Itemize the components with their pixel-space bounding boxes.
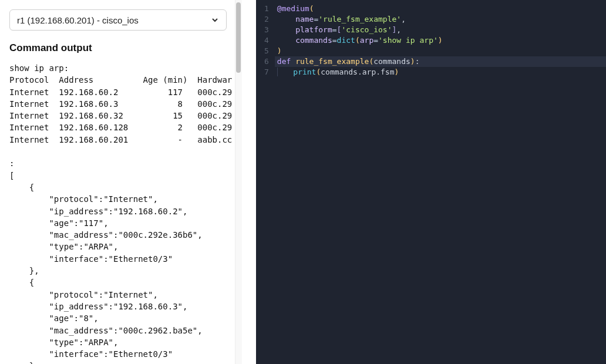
- ident-token: commands: [373, 57, 410, 66]
- code-line[interactable]: platform=['cisco_ios'],: [275, 25, 606, 35]
- code-line[interactable]: name='rule_fsm_example',: [275, 14, 606, 25]
- attr-token: fsm: [381, 68, 394, 76]
- string-token: 'rule_fsm_example': [318, 15, 401, 23]
- paren-token: (: [355, 36, 360, 45]
- device-dropdown[interactable]: r1 (192.168.60.201) - cisco_ios: [9, 9, 227, 31]
- builtin-token: print: [293, 68, 316, 76]
- left-panel: r1 (192.168.60.201) - cisco_ios Command …: [0, 0, 242, 364]
- keyword-token: def: [277, 57, 291, 66]
- op-token: =: [332, 25, 337, 34]
- paren-token: ): [410, 57, 415, 66]
- line-number: 3: [264, 25, 269, 35]
- punct-token: .: [376, 68, 381, 76]
- kwarg-token: arp: [360, 36, 373, 45]
- code-area[interactable]: @medium( name='rule_fsm_example', platfo…: [275, 0, 606, 364]
- line-number: 5: [264, 46, 269, 56]
- string-token: 'show ip arp': [378, 36, 438, 45]
- op-token: =: [373, 36, 378, 45]
- punct-token: :: [415, 57, 420, 66]
- code-line[interactable]: commands=dict(arp='show ip arp'): [275, 35, 606, 46]
- kwarg-token: platform: [295, 25, 332, 34]
- panel-divider[interactable]: [242, 0, 256, 364]
- device-dropdown-label: r1 (192.168.60.201) - cisco_ios: [17, 15, 139, 25]
- left-scrollbar-track[interactable]: [235, 0, 242, 364]
- ident-token: commands: [321, 68, 358, 76]
- chevron-down-icon: [211, 16, 219, 24]
- paren-token: (: [309, 4, 314, 13]
- kwarg-token: commands: [295, 36, 332, 45]
- code-line[interactable]: def rule_fsm_example(commands):: [275, 56, 606, 67]
- line-number: 2: [264, 14, 269, 25]
- paren-token: ): [395, 68, 399, 76]
- code-line[interactable]: ): [275, 46, 606, 56]
- paren-token: ): [277, 46, 282, 55]
- code-editor[interactable]: 1 2 3 4 5 6 7 @medium( name='rule_fsm_ex…: [256, 0, 606, 364]
- line-number: 4: [264, 35, 269, 46]
- left-scrollbar-thumb[interactable]: [236, 2, 241, 73]
- punct-token: ,: [401, 15, 406, 23]
- code-line[interactable]: print(commands.arp.fsm): [275, 67, 606, 77]
- string-token: 'cisco_ios': [341, 25, 392, 34]
- punct-token: .: [358, 68, 362, 76]
- line-number: 7: [264, 67, 269, 77]
- decorator-token: @medium: [277, 4, 309, 13]
- line-number: 6: [264, 56, 269, 67]
- kwarg-token: name: [295, 15, 314, 23]
- op-token: =: [332, 36, 337, 45]
- builtin-token: dict: [337, 36, 355, 45]
- command-output[interactable]: show ip arp: Protocol Address Age (min) …: [9, 62, 233, 364]
- section-title: Command output: [9, 42, 233, 54]
- punct-token: ,: [396, 25, 401, 34]
- attr-token: arp: [362, 68, 376, 76]
- fn-name-token: rule_fsm_example: [295, 57, 369, 66]
- line-number-gutter: 1 2 3 4 5 6 7: [256, 0, 275, 364]
- line-number: 1: [264, 4, 269, 14]
- code-line[interactable]: @medium(: [275, 4, 606, 14]
- paren-token: ): [438, 36, 443, 45]
